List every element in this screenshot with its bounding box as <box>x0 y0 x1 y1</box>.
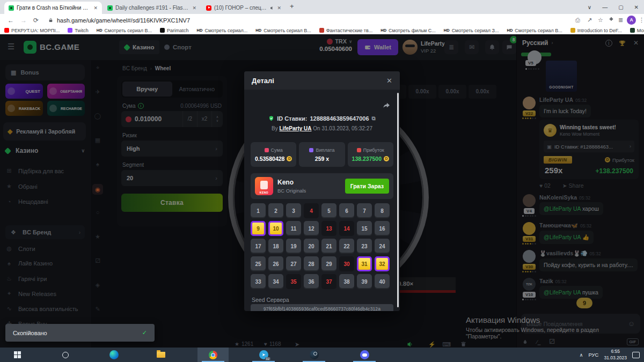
bookmark-label: Twitch <box>75 28 89 33</box>
bookmark-label: Смотреть фильм С... <box>389 28 436 33</box>
keno-number: 40 <box>375 274 390 289</box>
taskbar-explorer[interactable] <box>149 348 173 362</box>
keno-game-icon[interactable]: KENO <box>255 177 273 195</box>
keno-number: 16 <box>375 221 390 236</box>
bookmark-item[interactable]: Parimatch <box>160 28 189 33</box>
modal-scrollbar[interactable] <box>397 93 399 307</box>
reload-button[interactable]: ⟳ <box>33 17 39 24</box>
tab-audio-icon[interactable] <box>270 6 274 10</box>
keno-number: 29 <box>321 256 336 271</box>
start-button[interactable] <box>5 348 29 362</box>
tab-close-icon[interactable]: ✕ <box>192 5 196 11</box>
taskbar-search[interactable] <box>54 348 77 362</box>
book-icon <box>319 28 324 33</box>
tab-close-icon[interactable]: ✕ <box>277 5 281 11</box>
defi-icon <box>570 28 575 33</box>
bookmark-item[interactable]: HDСмотреть сериал В... <box>507 28 562 33</box>
keno-number-hit: 9 <box>251 221 266 236</box>
tray-expand-icon[interactable]: ∧ <box>580 352 583 358</box>
keno-number: 6 <box>339 203 354 218</box>
browser-tab[interactable]: (10) ГОНОР – спецоперація✕ <box>202 2 286 14</box>
coin-icon: D <box>384 156 389 161</box>
keno-number: 2 <box>268 203 283 218</box>
keno-number-hit: 10 <box>268 221 283 236</box>
tab-close-icon[interactable]: ✕ <box>93 5 98 11</box>
back-button[interactable]: ← <box>8 17 14 24</box>
extensions-icon[interactable] <box>609 17 614 22</box>
bookmark-label: Смотреть сериал В... <box>105 28 152 33</box>
bookmark-item[interactable]: MonkeyTalks | On-c... <box>630 28 644 33</box>
keno-number: 19 <box>286 239 301 254</box>
bookmark-item[interactable]: HDСмотреть сериал В... <box>255 28 311 33</box>
bookmark-item[interactable]: HDСмотреть фильм С... <box>380 28 436 33</box>
browser-menu-icon[interactable]: ⋮ <box>639 17 644 24</box>
play-now-button[interactable]: Грати Зараз <box>345 179 389 194</box>
keno-number: 22 <box>339 239 354 254</box>
bookmark-item[interactable]: HDСмотреть сериал З... <box>444 28 499 33</box>
forward-button[interactable]: → <box>20 17 27 24</box>
clock[interactable]: 6:55 31.03.2023 <box>604 349 627 360</box>
hd-icon: HD <box>444 28 450 33</box>
bookmark-label: РЕКРУТ.UA: МОРПІ... <box>11 28 60 33</box>
language-indicator[interactable]: РУС <box>588 352 598 358</box>
share-icon[interactable]: ↗ <box>587 17 592 24</box>
discord-icon <box>360 350 369 359</box>
modal-share-icon[interactable] <box>383 102 390 109</box>
browser-tab[interactable]: Daily challenges #191 - Flash Ch✕ <box>103 2 201 14</box>
bookmark-item[interactable]: Twitch <box>68 28 89 33</box>
keno-number: 18 <box>268 239 283 254</box>
keno-number: 7 <box>357 203 372 218</box>
telegram-icon: ➤32 <box>259 350 268 359</box>
browser-tab[interactable]: Грати в Crash на Біткойни онлай✕ <box>4 2 102 14</box>
windows-icon <box>14 351 21 358</box>
taskbar-steam[interactable] <box>298 348 330 362</box>
bookmarks-bar: РЕКРУТ.UA: МОРПІ...TwitchHDСмотреть сери… <box>0 27 644 34</box>
bookmark-label: Смотреть сериал... <box>204 28 247 33</box>
browser-profile-chevron-icon[interactable]: ∨ <box>588 4 591 10</box>
minimize-button[interactable]: — <box>602 4 608 10</box>
stat-сума: Сума0.53580428D <box>251 142 296 167</box>
bookmark-item[interactable]: HDСмотреть сериал В... <box>97 28 152 33</box>
hd-icon: HD <box>507 28 513 33</box>
keno-number-drawn: 13 <box>321 221 336 236</box>
taskbar-chrome[interactable] <box>197 348 229 362</box>
notification-center-icon[interactable] <box>632 352 640 358</box>
bookmark-item[interactable]: РЕКРУТ.UA: МОРПІ... <box>4 28 60 33</box>
stat-icon <box>357 148 361 152</box>
youtube-favicon-icon <box>206 5 211 11</box>
stat-value: 259 x <box>315 156 329 162</box>
browser-avatar[interactable]: A <box>627 16 636 25</box>
keno-number: 24 <box>375 239 390 254</box>
keno-number-drawn: 37 <box>321 274 336 289</box>
bet-details-modal: Деталі ✕ ID Ставки: 128888463859647006 ⧉… <box>244 71 400 311</box>
bookmark-item[interactable]: Introduction to DeF... <box>570 28 622 33</box>
game-name: Keno <box>277 179 306 186</box>
send-to-device-icon[interactable]: ⎙ <box>575 17 580 24</box>
taskbar-telegram[interactable]: ➤32 <box>248 348 279 362</box>
modal-close-icon[interactable]: ✕ <box>386 77 392 85</box>
on-label: On <box>313 125 320 131</box>
tab-title: Грати в Crash на Біткойни онлай <box>17 5 91 11</box>
keno-number: 36 <box>304 274 319 289</box>
bookmark-label: Смотреть сериал В... <box>264 28 311 33</box>
bookmark-star-icon[interactable]: ☆ <box>598 17 603 24</box>
bookmark-item[interactable]: Фантастические тв... <box>319 28 373 33</box>
player-link[interactable]: LifeParty UA <box>280 125 312 131</box>
maximize-button[interactable]: ▢ <box>618 4 623 10</box>
bookmark-item[interactable]: HDСмотреть сериал... <box>197 28 248 33</box>
taskbar-edge[interactable] <box>102 348 126 362</box>
folder-icon <box>157 352 165 358</box>
new-tab-button[interactable]: + <box>290 2 294 10</box>
address-bar: ← → ⟳ hash.game/uk/game/wheel#/sd/116KIV… <box>0 14 644 27</box>
keno-number: 26 <box>268 256 283 271</box>
copy-icon[interactable]: ⧉ <box>372 115 376 122</box>
url-input[interactable]: hash.game/uk/game/wheel#/sd/116KIVKPXC1N… <box>57 17 190 24</box>
playlist-icon[interactable]: ≣ <box>618 17 623 24</box>
bookmark-label: Introduction to DeF... <box>577 28 622 33</box>
taskbar-discord[interactable] <box>349 348 380 362</box>
check-icon: ✓ <box>142 329 147 336</box>
stat-виплата: Виплата259 x <box>299 142 345 167</box>
server-seed-value[interactable]: 97f65bfbf1403865936caf0ced58660737c80f46… <box>251 304 393 311</box>
bookmark-label: MonkeyTalks | On-c... <box>637 28 644 33</box>
close-window-button[interactable]: ✕ <box>634 4 639 10</box>
